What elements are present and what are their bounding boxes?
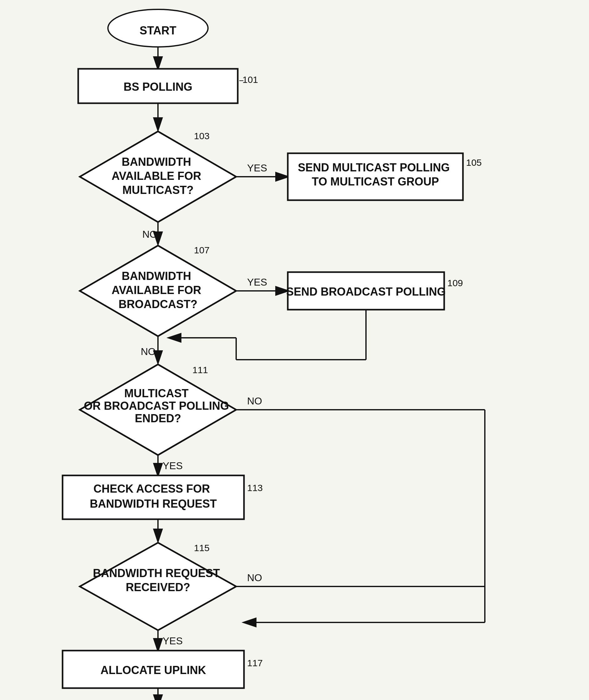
no3-label: NO — [247, 395, 262, 407]
bs-polling-ref: 101 — [242, 74, 258, 85]
send-broadcast-label: SEND BROADCAST POLLING — [286, 285, 446, 298]
yes3-label: YES — [163, 460, 183, 471]
no1-label: NO — [142, 229, 157, 240]
send-broadcast-ref: 109 — [447, 278, 463, 288]
diamond1-ref: 103 — [194, 131, 210, 141]
allocate-ref: 117 — [247, 658, 263, 668]
allocate-label: ALLOCATE UPLINK — [101, 664, 206, 677]
diamond1-label: BANDWIDTH AVAILABLE FOR MULTICAST? — [112, 156, 205, 196]
diagram-container: START BS POLLING 101 BANDWIDTH AVAILABLE… — [0, 0, 589, 700]
no4-label: NO — [247, 572, 262, 584]
start-label: START — [140, 24, 176, 37]
diamond2-ref: 107 — [194, 245, 210, 255]
bs-polling-label: BS POLLING — [124, 80, 192, 93]
no2-label: NO — [141, 346, 156, 357]
diamond4-ref: 115 — [194, 543, 210, 553]
yes4-label: YES — [163, 635, 183, 647]
check-access-ref: 113 — [247, 483, 263, 493]
diamond3-ref: 111 — [192, 365, 208, 375]
diamond2-label: BANDWIDTH AVAILABLE FOR BROADCAST? — [112, 270, 205, 310]
yes2-label: YES — [247, 276, 267, 288]
send-multicast-ref: 105 — [466, 157, 482, 168]
yes1-label: YES — [247, 162, 267, 174]
